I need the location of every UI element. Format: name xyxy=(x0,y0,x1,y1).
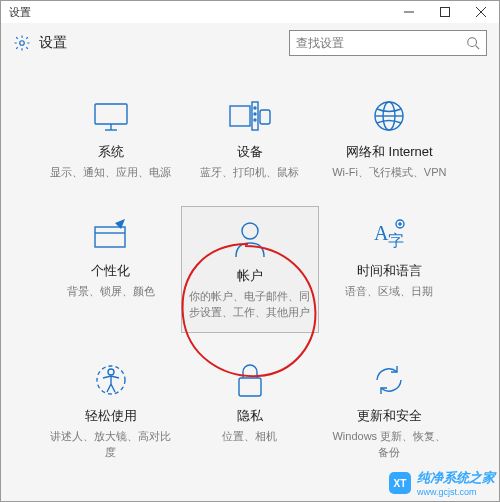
paint-icon xyxy=(91,214,131,256)
tile-title: 网络和 Internet xyxy=(346,143,433,161)
tile-title: 系统 xyxy=(98,143,124,161)
settings-window: 设置 设置 系统 xyxy=(0,0,500,502)
svg-point-14 xyxy=(254,113,256,115)
search-box[interactable] xyxy=(289,30,487,56)
maximize-button[interactable] xyxy=(427,1,463,23)
tile-system[interactable]: 系统 显示、通知、应用、电源 xyxy=(45,87,177,188)
svg-line-6 xyxy=(476,46,480,50)
tile-devices[interactable]: 设备 蓝牙、打印机、鼠标 xyxy=(184,87,316,188)
devices-icon xyxy=(228,95,272,137)
tile-title: 轻松使用 xyxy=(85,407,137,425)
svg-text:字: 字 xyxy=(388,232,404,249)
svg-point-5 xyxy=(468,38,477,47)
svg-point-21 xyxy=(242,223,258,239)
update-icon xyxy=(371,359,407,401)
tile-sub: 蓝牙、打印机、鼠标 xyxy=(200,165,299,180)
tile-sub: 位置、相机 xyxy=(222,429,277,444)
watermark-text: 纯净系统之家 xyxy=(417,469,495,487)
gear-icon xyxy=(13,34,31,52)
minimize-button[interactable] xyxy=(391,1,427,23)
watermark-url: www.gcjst.com xyxy=(417,487,495,497)
content-area: 系统 显示、通知、应用、电源 设备 蓝牙、打印机、鼠标 网络和 Internet… xyxy=(1,63,499,501)
header: 设置 xyxy=(1,23,499,63)
tile-title: 帐户 xyxy=(237,267,263,285)
tile-title: 设备 xyxy=(237,143,263,161)
tile-sub: 讲述人、放大镜、高对比度 xyxy=(49,429,173,460)
person-icon xyxy=(234,219,266,261)
tile-sub: Wi-Fi、飞行模式、VPN xyxy=(332,165,446,180)
svg-point-4 xyxy=(20,41,25,46)
svg-point-13 xyxy=(254,107,256,109)
tile-sub: 你的帐户、电子邮件、同步设置、工作、其他用户 xyxy=(188,289,312,320)
svg-rect-1 xyxy=(441,8,450,17)
tile-title: 个性化 xyxy=(91,262,130,280)
titlebar: 设置 xyxy=(1,1,499,23)
language-icon: A字 xyxy=(370,214,408,256)
lock-icon xyxy=(235,359,265,401)
watermark-badge: XT xyxy=(389,472,411,494)
tile-title: 更新和安全 xyxy=(357,407,422,425)
svg-rect-7 xyxy=(95,104,127,124)
svg-rect-19 xyxy=(95,227,125,247)
tile-sub: 显示、通知、应用、电源 xyxy=(50,165,171,180)
window-title: 设置 xyxy=(9,5,31,20)
globe-icon xyxy=(371,95,407,137)
tile-update-security[interactable]: 更新和安全 Windows 更新、恢复、备份 xyxy=(323,351,455,468)
tile-personalization[interactable]: 个性化 背景、锁屏、颜色 xyxy=(45,206,177,333)
ease-icon xyxy=(93,359,129,401)
tile-ease-of-access[interactable]: 轻松使用 讲述人、放大镜、高对比度 xyxy=(45,351,177,468)
watermark: XT 纯净系统之家 www.gcjst.com xyxy=(389,469,495,497)
tile-privacy[interactable]: 隐私 位置、相机 xyxy=(184,351,316,468)
close-button[interactable] xyxy=(463,1,499,23)
display-icon xyxy=(91,95,131,137)
svg-point-28 xyxy=(108,369,114,375)
tile-title: 时间和语言 xyxy=(357,262,422,280)
tiles-grid: 系统 显示、通知、应用、电源 设备 蓝牙、打印机、鼠标 网络和 Internet… xyxy=(1,87,499,468)
tile-network[interactable]: 网络和 Internet Wi-Fi、飞行模式、VPN xyxy=(323,87,455,188)
svg-rect-29 xyxy=(239,378,261,396)
svg-rect-11 xyxy=(252,102,258,130)
svg-text:A: A xyxy=(374,222,389,244)
tile-title: 隐私 xyxy=(237,407,263,425)
svg-point-15 xyxy=(254,119,256,121)
tile-sub: 背景、锁屏、颜色 xyxy=(67,284,155,299)
search-icon xyxy=(466,36,480,50)
svg-rect-12 xyxy=(260,110,270,124)
tile-time-language[interactable]: A字 时间和语言 语音、区域、日期 xyxy=(323,206,455,333)
page-title: 设置 xyxy=(39,34,67,52)
svg-rect-10 xyxy=(230,106,250,126)
tile-accounts[interactable]: 帐户 你的帐户、电子邮件、同步设置、工作、其他用户 xyxy=(181,206,319,333)
tile-sub: 语音、区域、日期 xyxy=(345,284,433,299)
search-input[interactable] xyxy=(296,36,466,50)
tile-sub: Windows 更新、恢复、备份 xyxy=(327,429,451,460)
